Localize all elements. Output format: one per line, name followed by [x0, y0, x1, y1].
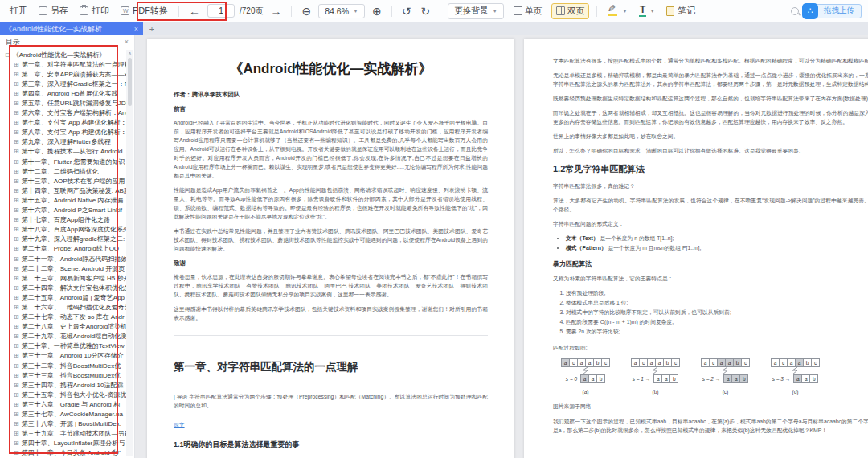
- page-number-input[interactable]: [207, 4, 235, 18]
- expand-icon[interactable]: ⊞: [14, 90, 19, 97]
- toc-item[interactable]: ⊞第二章、安卓APP崩溃捕获方案——x: [5, 69, 126, 79]
- expand-icon[interactable]: ⊞: [14, 178, 19, 185]
- expand-icon[interactable]: ⊞: [14, 80, 19, 88]
- prev-page-button[interactable]: ←: [186, 5, 203, 18]
- zoom-out-button[interactable]: ⊖: [299, 5, 313, 18]
- expand-icon[interactable]: ⊞: [14, 109, 19, 117]
- toc-item[interactable]: ⊞第三十四章、携程Android 10适配踩: [5, 380, 126, 390]
- collapse-icon[interactable]: ⊟: [5, 51, 10, 59]
- expand-icon[interactable]: ⊞: [14, 391, 19, 399]
- toc-item[interactable]: ⊞第四十章、LayoutInflater原理分析与: [5, 439, 126, 448]
- expand-icon[interactable]: ⊞: [14, 372, 19, 379]
- toc-item[interactable]: ⊞第十四章、互联网产品决策秘笈: AB测: [5, 186, 126, 195]
- expand-icon[interactable]: ⊞: [14, 245, 19, 252]
- toc-item[interactable]: ⊞第七章、支付宝 App 构建优化解析：: [5, 118, 126, 128]
- toc-item[interactable]: ⊞第十五章、Android Native 内存泄漏: [5, 195, 126, 205]
- toc-item[interactable]: ⊞第二十五章、Android篇 | 爱奇艺App: [5, 292, 126, 302]
- toc-item[interactable]: ⊞第八章、支付宝 App 构建优化解析：: [5, 128, 126, 137]
- toc-item[interactable]: ⊞第三十二章、抖音BoostMultiDex优: [5, 361, 126, 370]
- toc-item[interactable]: ⊞第三十六章、Gradle 与 Android 构: [5, 399, 126, 409]
- search-icon[interactable]: [791, 7, 799, 15]
- toc-item[interactable]: ⊞第二十二章、Scene: Android 开源页: [5, 264, 126, 273]
- double-page-button[interactable]: 双页: [551, 3, 589, 19]
- toc-item[interactable]: ⊞第二十四章、解决支付宝包体积优化的: [5, 283, 126, 292]
- expand-icon[interactable]: ⊞: [14, 148, 19, 155]
- toc-item[interactable]: ⊞第十九章、深入理解gradle框架之二:: [5, 235, 126, 244]
- expand-icon[interactable]: ⊞: [14, 275, 19, 282]
- toc-item[interactable]: ⊞第五章、任意URL跳转漏洞修复与JDK: [5, 98, 126, 108]
- expand-icon[interactable]: ⊞: [14, 449, 19, 456]
- toc-item[interactable]: ⊞第二十三章、网易新闻客户端 H5 秒开: [5, 273, 126, 283]
- expand-icon[interactable]: ⊞: [14, 197, 19, 204]
- expand-icon[interactable]: ⊞: [14, 401, 19, 408]
- source-link[interactable]: 原文: [174, 421, 185, 429]
- toc-item[interactable]: ⊞第三十五章、抖音包大小优化-资源优: [5, 390, 126, 399]
- expand-icon[interactable]: ⊞: [14, 138, 19, 145]
- expand-icon[interactable]: ⊞: [14, 430, 19, 437]
- print-button[interactable]: 打印: [76, 3, 113, 18]
- expand-icon[interactable]: ⊞: [14, 235, 19, 243]
- expand-icon[interactable]: ⊞: [14, 352, 19, 359]
- expand-icon[interactable]: ⊞: [14, 187, 19, 194]
- expand-icon[interactable]: ⊞: [14, 226, 19, 233]
- expand-icon[interactable]: ⊞: [14, 100, 19, 107]
- toc-item[interactable]: ⊞第十章、携程技术—从智行 Android: [5, 147, 126, 157]
- toc-item[interactable]: ⊞第十八章、百度App网络深度优化系列: [5, 225, 126, 235]
- next-page-button[interactable]: →: [268, 5, 284, 18]
- toc-item[interactable]: ⊞第六章、支付宝客户端架构解析：And: [5, 108, 126, 118]
- expand-icon[interactable]: ⊞: [14, 216, 19, 223]
- toc-item[interactable]: ⊞第三十三章、抖音BoostMultiDex优: [5, 370, 126, 380]
- toc-item[interactable]: ⊞第三十章、一种简单优雅的TextView: [5, 341, 126, 351]
- tab-close-icon[interactable]: ×: [134, 25, 138, 33]
- expand-icon[interactable]: ⊞: [14, 333, 19, 340]
- toc-item[interactable]: ⊞第一章、对字符串匹配算法的一点理解: [5, 59, 126, 69]
- toc-item[interactable]: ⊞第二十八章、史上最全Android渲染机: [5, 322, 126, 332]
- toc-item[interactable]: ⊞第三十一章、Android 10分区存储介: [5, 351, 126, 361]
- expand-icon[interactable]: ⊞: [14, 440, 19, 447]
- pdf-convert-button[interactable]: PDF转换: [117, 3, 171, 18]
- toc-item[interactable]: ⊞第十七章、百度App组件化之路: [5, 215, 126, 225]
- zoom-in-button[interactable]: ⊕: [370, 5, 384, 18]
- text-tool-button[interactable]: T▼: [636, 3, 658, 18]
- toc-close-icon[interactable]: ×: [125, 38, 129, 46]
- expand-icon[interactable]: ⊞: [14, 342, 19, 350]
- single-page-button[interactable]: 单页: [509, 3, 547, 19]
- scrollbar-thumb[interactable]: [128, 58, 132, 106]
- expand-icon[interactable]: ⊞: [14, 382, 19, 389]
- expand-icon[interactable]: ⊞: [14, 294, 19, 301]
- drag-upload-button[interactable]: 拖拽上传: [815, 4, 862, 18]
- zoom-level-dropdown[interactable]: 84.6%▼: [318, 4, 365, 18]
- page-right[interactable]: 文本匹配算法有很多，按照匹配模式串的个数，通常分为单模匹配和多模匹配。根据匹配的…: [524, 39, 868, 458]
- toc-item[interactable]: ⊞第二十六章、二维码扫描优化及爱奇艺: [5, 302, 126, 312]
- toc-item[interactable]: ⊞第二十章、Probe: Android线上OO: [5, 244, 126, 254]
- toc-item[interactable]: ⊞第二十一章、Android静态代码扫描效: [5, 254, 126, 264]
- toc-item[interactable]: ⊞第三章、深入理解Gradle框架之一：P: [5, 79, 126, 88]
- rotate-left-button[interactable]: ↺: [399, 5, 414, 18]
- toc-item[interactable]: ⊞第四十一章、今日头条 Android '秒': [5, 448, 126, 458]
- open-button[interactable]: 打开: [6, 3, 31, 18]
- expand-icon[interactable]: ⊞: [14, 323, 19, 330]
- expand-icon[interactable]: ⊞: [14, 61, 19, 68]
- expand-icon[interactable]: ⊞: [14, 158, 19, 166]
- toc-item[interactable]: ⊞第十一章、Flutter 您需要知道的知识: [5, 157, 126, 166]
- toc-item[interactable]: ⊞第三十七章、AwCookieManager.na: [5, 409, 126, 419]
- note-button[interactable]: 笔记: [663, 3, 698, 18]
- expand-icon[interactable]: ⊞: [14, 129, 19, 136]
- expand-icon[interactable]: ⊞: [14, 119, 19, 126]
- expand-icon[interactable]: ⊞: [14, 168, 19, 175]
- expand-icon[interactable]: ⊞: [14, 265, 19, 272]
- toc-root-item[interactable]: ⊟ 《Android性能优化—实战解析》: [5, 50, 126, 59]
- toc-item[interactable]: ⊞第三十八章、开源 | BoostMultiDex:: [5, 419, 126, 429]
- expand-icon[interactable]: ⊞: [14, 362, 19, 370]
- rotate-right-button[interactable]: ↻: [418, 5, 432, 18]
- expand-icon[interactable]: ⊞: [14, 256, 19, 263]
- expand-icon[interactable]: ⊞: [14, 284, 19, 292]
- expand-icon[interactable]: ⊞: [14, 71, 19, 78]
- save-as-button[interactable]: 另存: [35, 3, 72, 18]
- toc-item[interactable]: ⊞第十六章、Android P之Smart Linkif: [5, 206, 126, 215]
- new-tab-button[interactable]: +: [143, 22, 161, 35]
- page-left[interactable]: 《Android性能优化—实战解析》 作者：腾讯享学技术团队 前言 Androi…: [147, 39, 514, 458]
- document-tab[interactable]: 《Android性能优化—实战解析 ×: [0, 22, 143, 35]
- sidebar-scrollbar[interactable]: ∧: [126, 50, 133, 456]
- toc-item[interactable]: ⊞第十三章、AOP技术在客户端的应用与: [5, 176, 126, 186]
